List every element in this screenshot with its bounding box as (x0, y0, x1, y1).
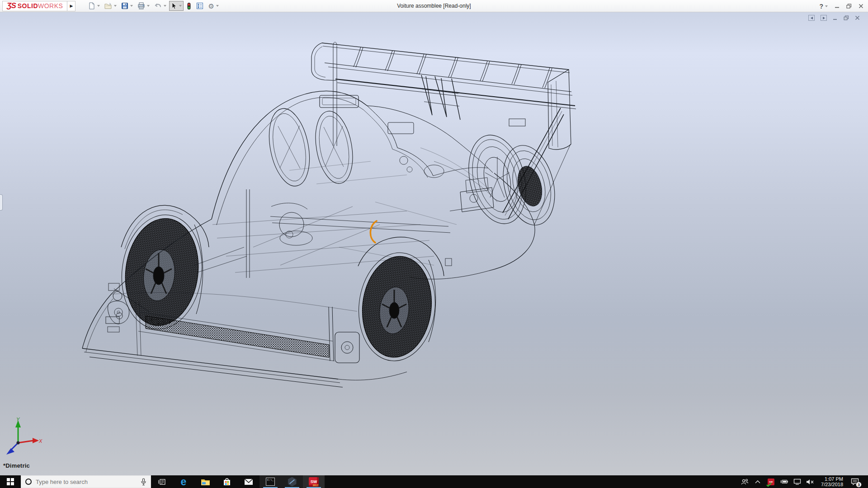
solidworks-tray-icon: sw (768, 479, 774, 485)
action-center-button[interactable]: 3 (849, 475, 861, 488)
graphics-viewport[interactable]: Y X *Dimetric (0, 12, 868, 475)
open-button[interactable] (103, 1, 118, 11)
open-folder-icon (104, 2, 112, 9)
save-floppy-icon (121, 2, 128, 9)
menu-expand-button[interactable]: ▶ (67, 1, 75, 11)
expander-icon: ▶ (70, 4, 73, 8)
check-icon (766, 483, 772, 487)
new-document-button[interactable] (86, 1, 102, 11)
view-orientation-label: *Dimetric (3, 462, 30, 469)
chevron-down-icon[interactable] (97, 5, 100, 7)
store-icon (223, 478, 231, 486)
clock-time: 1:07 PM (825, 476, 843, 482)
windows-logo-icon (7, 478, 14, 485)
solidworks-app: ƷS SOLIDWORKS ▶ (0, 0, 868, 488)
chevron-down-icon[interactable] (825, 5, 828, 7)
triad-y-label: Y (16, 417, 20, 422)
restore-button[interactable] (846, 4, 852, 9)
chevron-down-icon[interactable] (179, 5, 182, 7)
car-body[interactable] (212, 91, 571, 279)
network-button[interactable] (792, 475, 802, 488)
power-button[interactable] (779, 475, 789, 488)
next-document-button[interactable] (821, 15, 827, 21)
task-view-button[interactable] (151, 475, 173, 488)
edge-icon: e (181, 477, 187, 486)
windows-taskbar: e C:\_ SW 2017 (0, 475, 868, 488)
rear-left-wheel[interactable] (354, 237, 444, 365)
doc-restore-button[interactable] (844, 15, 849, 20)
help-icon: ? (819, 3, 823, 10)
rebuild-button[interactable] (184, 1, 193, 11)
taskbar-solidworks[interactable]: SW 2017 (303, 475, 325, 488)
microphone-icon[interactable] (141, 478, 146, 486)
solidworks-2017-icon: SW 2017 (309, 477, 319, 487)
select-tool-button[interactable] (169, 1, 184, 11)
printer-icon (137, 2, 145, 9)
arrow-right-icon (823, 17, 825, 19)
chevron-down-icon[interactable] (164, 5, 166, 7)
doc-minimize-button[interactable] (833, 15, 838, 20)
chevron-down-icon[interactable] (216, 5, 219, 7)
arrow-left-icon (811, 17, 813, 19)
taskbar-command-prompt[interactable]: C:\_ (259, 475, 281, 488)
previous-document-button[interactable] (808, 15, 815, 21)
solidworks-logo: ƷS SOLIDWORKS (2, 1, 67, 11)
network-icon (793, 479, 801, 485)
select-cursor-icon (171, 2, 177, 9)
title-bar: ƷS SOLIDWORKS ▶ (0, 0, 868, 12)
battery-plug-icon (779, 479, 788, 484)
speaker-mute-icon (806, 479, 814, 485)
options-button[interactable]: ⚙ (206, 1, 220, 11)
chevron-down-icon[interactable] (130, 5, 133, 7)
taskbar-store[interactable] (216, 475, 238, 488)
taskbar-search[interactable] (21, 475, 151, 488)
highlighted-edge[interactable] (370, 221, 377, 243)
new-document-icon (88, 2, 95, 9)
undo-button[interactable] (152, 1, 168, 11)
close-button[interactable] (859, 4, 863, 9)
help-button[interactable]: ? (819, 3, 828, 10)
display-settings-button[interactable] (194, 1, 205, 11)
undo-icon (154, 2, 162, 9)
task-view-icon (158, 479, 166, 485)
traffic-light-icon (186, 2, 192, 10)
minimize-button[interactable] (835, 4, 840, 9)
quick-toolbar: ⚙ (86, 1, 220, 11)
triad-x-label: X (38, 438, 42, 444)
brand-works: WORKS (38, 2, 63, 9)
orientation-triad: Y X (3, 417, 43, 458)
wireframe-car-model[interactable] (0, 12, 868, 475)
mail-icon (244, 479, 253, 485)
properties-list-icon (196, 2, 203, 9)
search-input[interactable] (36, 479, 137, 485)
tray-overflow-button[interactable] (753, 475, 763, 488)
people-button[interactable] (740, 475, 750, 488)
taskbar-hexagon-app[interactable] (281, 475, 303, 488)
taskbar-edge[interactable]: e (173, 475, 194, 488)
chevron-up-icon (755, 480, 760, 483)
command-prompt-icon: C:\_ (266, 478, 275, 486)
clock-button[interactable]: 1:07 PM 7/23/2018 (818, 476, 846, 488)
start-button[interactable] (0, 475, 21, 488)
volume-button[interactable] (805, 475, 815, 488)
taskbar-mail[interactable] (238, 475, 259, 488)
print-button[interactable] (136, 1, 151, 11)
document-window-controls (808, 15, 860, 21)
chevron-down-icon[interactable] (147, 5, 150, 7)
solidworks-logo-icon: ƷS (7, 1, 16, 10)
window-controls: ? (819, 0, 863, 12)
cortana-icon (25, 479, 32, 485)
solidworks-tray-button[interactable]: sw (766, 475, 776, 488)
window-title: Voiture assomblee [Read-only] (397, 3, 471, 9)
gear-icon: ⚙ (208, 3, 214, 9)
system-tray: sw 1:07 PM 7/23/2018 3 (740, 475, 868, 488)
file-explorer-icon (201, 478, 210, 486)
save-button[interactable] (119, 1, 135, 11)
chevron-down-icon[interactable] (114, 5, 117, 7)
notification-badge: 3 (856, 482, 862, 488)
right-wheels[interactable] (424, 129, 562, 230)
doc-close-button[interactable] (855, 15, 860, 20)
taskbar-file-explorer[interactable] (194, 475, 216, 488)
brand-solid: SOLID (18, 2, 38, 9)
hexagon-app-icon (288, 477, 297, 487)
